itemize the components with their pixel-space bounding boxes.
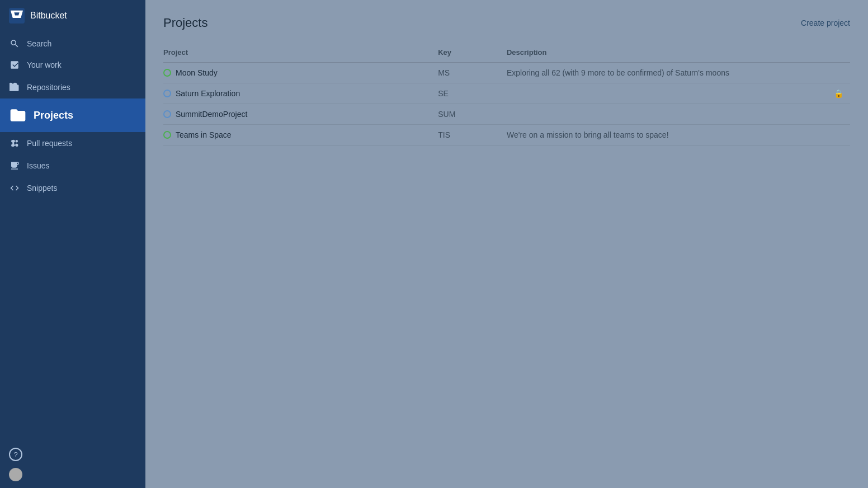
- issues-label: Issues: [27, 161, 49, 170]
- pull-requests-label: Pull requests: [27, 139, 72, 148]
- project-name-cell: Moon Study: [163, 63, 438, 83]
- project-name-cell: Saturn Exploration: [163, 83, 438, 104]
- sidebar-avatar[interactable]: [9, 468, 136, 481]
- search-icon: [9, 38, 20, 49]
- project-name[interactable]: SummitDemoProject: [176, 110, 247, 119]
- project-name-cell: SummitDemoProject: [163, 104, 438, 125]
- your-work-icon: [9, 59, 20, 71]
- sidebar-item-your-work[interactable]: Your work: [0, 54, 145, 76]
- project-key-cell: SUM: [438, 104, 507, 125]
- table-row[interactable]: SummitDemoProject SUM: [163, 104, 850, 125]
- sidebar-header: Bitbucket: [0, 0, 145, 31]
- help-icon: ?: [9, 448, 22, 461]
- project-name-cell: Teams in Space: [163, 125, 438, 146]
- projects-label: Projects: [34, 110, 73, 121]
- brand-name: Bitbucket: [30, 11, 67, 21]
- project-key-cell: MS: [438, 63, 507, 83]
- snippets-icon: [9, 182, 20, 194]
- project-description-cell: We're on a mission to bring all teams to…: [507, 125, 850, 146]
- project-status-dot: [163, 131, 171, 139]
- project-name[interactable]: Saturn Exploration: [176, 89, 240, 98]
- sidebar-item-projects[interactable]: Projects: [0, 98, 145, 132]
- projects-folder-icon: [9, 106, 27, 124]
- sidebar-item-issues[interactable]: Issues: [0, 154, 145, 177]
- repositories-label: Repositories: [27, 83, 70, 92]
- project-status-dot: [163, 69, 171, 77]
- table-header: Project Key Description: [163, 44, 850, 63]
- main-content: Projects Create project Project Key Desc…: [145, 0, 868, 488]
- project-key-cell: TIS: [438, 125, 507, 146]
- snippets-label: Snippets: [27, 184, 57, 193]
- column-description: Description: [507, 44, 850, 63]
- projects-table: Project Key Description Moon Study MSExp…: [163, 44, 850, 146]
- sidebar-bottom: ?: [0, 441, 145, 488]
- sidebar-navigation: Search Your work Repositories Projects: [0, 31, 145, 441]
- sidebar-search[interactable]: Search: [0, 34, 145, 54]
- project-description-cell: 🔒: [507, 83, 850, 104]
- column-project: Project: [163, 44, 438, 63]
- sidebar-item-repositories[interactable]: Repositories: [0, 76, 145, 98]
- table-row[interactable]: Moon Study MSExploring all 62 (with 9 mo…: [163, 63, 850, 83]
- column-key: Key: [438, 44, 507, 63]
- sidebar: Bitbucket Search Your work Repositories: [0, 0, 145, 488]
- page-header: Projects Create project: [163, 16, 850, 30]
- project-key-cell: SE: [438, 83, 507, 104]
- lock-icon: 🔒: [834, 89, 843, 98]
- project-status-dot: [163, 110, 171, 118]
- project-description-cell: [507, 104, 850, 125]
- your-work-label: Your work: [27, 60, 62, 69]
- table-body: Moon Study MSExploring all 62 (with 9 mo…: [163, 63, 850, 146]
- project-name[interactable]: Teams in Space: [176, 130, 232, 139]
- create-project-button[interactable]: Create project: [801, 18, 850, 27]
- pull-requests-icon: [9, 138, 20, 149]
- sidebar-item-pull-requests[interactable]: Pull requests: [0, 132, 145, 154]
- project-status-dot: [163, 90, 171, 97]
- repositories-icon: [9, 82, 20, 93]
- table-row[interactable]: Saturn Exploration SE 🔒: [163, 83, 850, 104]
- bitbucket-logo-icon: [9, 8, 25, 24]
- search-label: Search: [27, 39, 51, 48]
- sidebar-item-snippets[interactable]: Snippets: [0, 177, 145, 199]
- user-avatar: [9, 468, 22, 481]
- issues-icon: [9, 160, 20, 171]
- project-description-cell: Exploring all 62 (with 9 more to be conf…: [507, 63, 850, 83]
- sidebar-help[interactable]: ?: [9, 448, 136, 461]
- project-name[interactable]: Moon Study: [176, 68, 218, 77]
- page-title: Projects: [163, 16, 207, 30]
- table-row[interactable]: Teams in Space TISWe're on a mission to …: [163, 125, 850, 146]
